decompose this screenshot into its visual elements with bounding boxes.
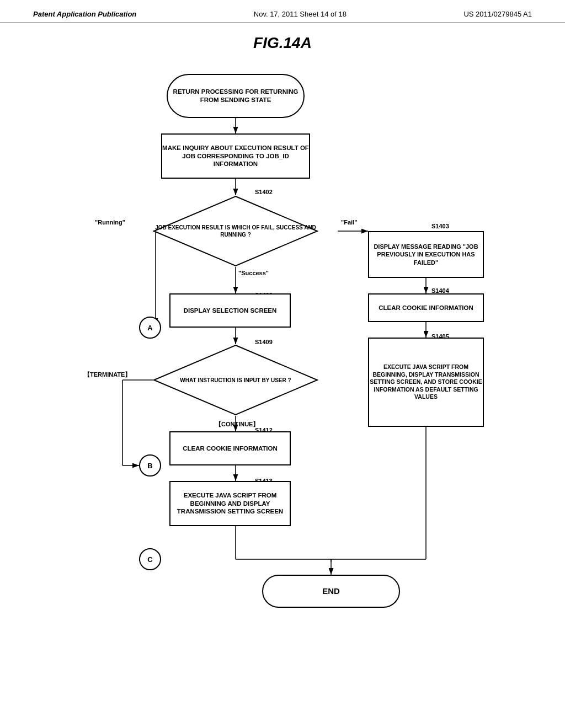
- flowchart: RETURN PROCESSING FOR RETURNING FROM SEN…: [67, 63, 498, 681]
- diamond2: WHAT INSTRUCTION IS INPUT BY USER ?: [153, 344, 318, 416]
- circle-a: A: [139, 317, 161, 339]
- s1413-box: EXECUTE JAVA SCRIPT FROM BEGINNING AND D…: [169, 481, 291, 526]
- terminate-label: 【TERMINATE】: [84, 371, 131, 379]
- s1408-box: DISPLAY SELECTION SCREEN: [169, 293, 291, 328]
- circle-c: C: [139, 548, 161, 570]
- fail-label: "Fail": [341, 219, 357, 226]
- figure-title: FIG.14A: [253, 34, 312, 52]
- s1405-box: EXECUTE JAVA SCRIPT FROM BEGINNING, DISP…: [368, 338, 484, 427]
- diagram-area: FIG.14A: [0, 23, 565, 692]
- start-node: RETURN PROCESSING FOR RETURNING FROM SEN…: [167, 74, 305, 118]
- end-node: END: [262, 575, 400, 608]
- success-label: "Success": [238, 270, 269, 276]
- s1404-box: CLEAR COOKIE INFORMATION: [368, 293, 484, 322]
- s1403-label: S1403: [431, 223, 449, 229]
- circle-b: B: [139, 454, 161, 477]
- date-sheet-label: Nov. 17, 2011 Sheet 14 of 18: [254, 10, 347, 18]
- continue-label: 【CONTINUE】: [215, 420, 259, 429]
- s1412-box: CLEAR COOKIE INFORMATION: [169, 431, 291, 465]
- page-header: Patent Application Publication Nov. 17, …: [0, 0, 565, 23]
- running-label: "Running": [95, 219, 125, 226]
- patent-number-label: US 2011/0279845 A1: [463, 10, 532, 18]
- s1401-box: MAKE INQUIRY ABOUT EXECUTION RESULT OF J…: [161, 133, 310, 179]
- publication-label: Patent Application Publication: [33, 10, 136, 18]
- s1402-label: S1402: [255, 189, 273, 195]
- s1403-box: DISPLAY MESSAGE READING "JOB PREVIOUSLY …: [368, 231, 484, 278]
- diamond1: JOB EXECUTION RESULT IS WHICH OF FAIL, S…: [153, 195, 318, 267]
